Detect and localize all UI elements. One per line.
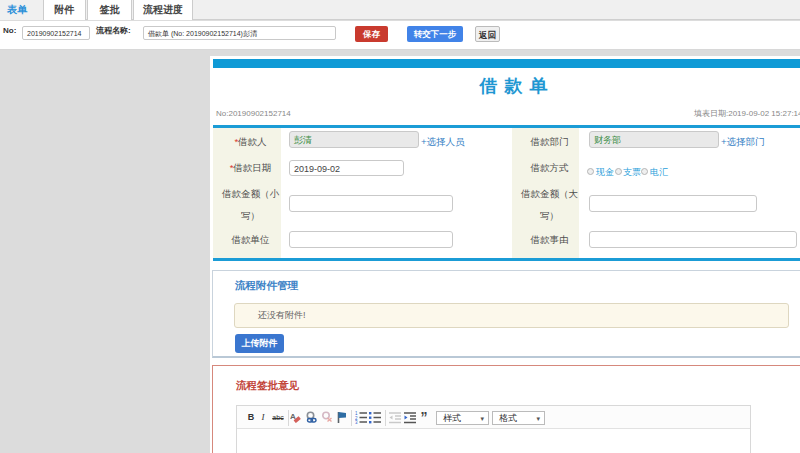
svg-text:3: 3 xyxy=(355,420,358,424)
